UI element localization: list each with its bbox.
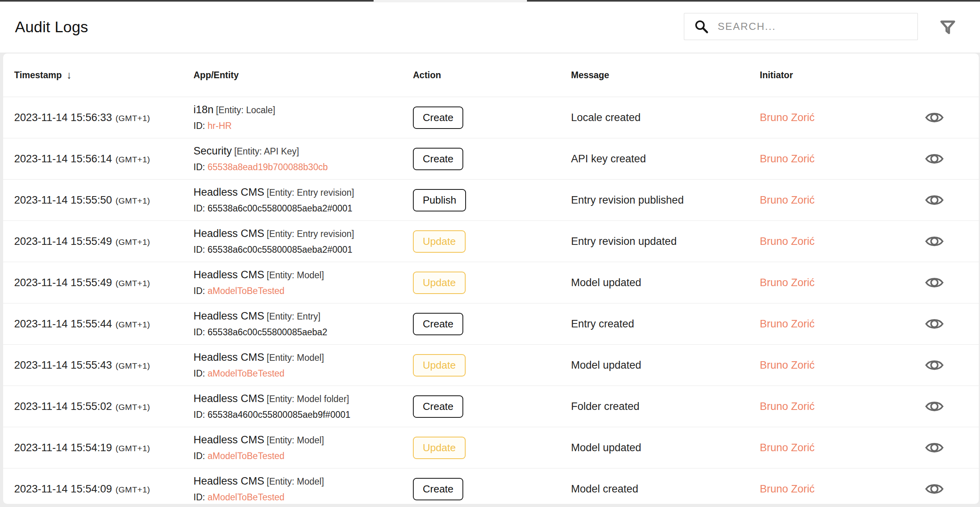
- eye-icon: [925, 399, 944, 413]
- app-entity-cell: i18n[Entity: Locale] ID: hr-HR: [193, 104, 413, 131]
- table-row: 2023-11-14 15:55:50(GMT+1) Headless CMS[…: [3, 179, 979, 220]
- timezone: (GMT+1): [116, 155, 150, 164]
- initiator-link[interactable]: Bruno Zorić: [760, 400, 815, 412]
- entity-tag: [Entity: Model]: [267, 435, 324, 445]
- table-row: 2023-11-14 15:55:43(GMT+1) Headless CMS[…: [3, 344, 979, 386]
- app-name: Headless CMS: [193, 186, 264, 198]
- view-details-button[interactable]: [925, 480, 947, 498]
- page-header: Audit Logs: [0, 0, 980, 53]
- search-input[interactable]: [718, 13, 917, 40]
- entity-id-label: ID:: [193, 327, 208, 337]
- timestamp: 2023-11-14 15:55:43: [14, 359, 112, 371]
- initiator-link[interactable]: Bruno Zorić: [760, 153, 815, 165]
- initiator-link[interactable]: Bruno Zorić: [760, 318, 815, 330]
- app-entity-cell: Headless CMS[Entity: Entry revision] ID:…: [193, 228, 413, 255]
- app-name: Headless CMS: [193, 434, 264, 446]
- initiator-link[interactable]: Bruno Zorić: [760, 277, 815, 288]
- view-details-button[interactable]: [925, 439, 947, 456]
- view-details-button[interactable]: [925, 150, 947, 167]
- column-header-app-entity: App/Entity: [193, 70, 413, 81]
- initiator-cell: Bruno Zorić: [760, 318, 916, 330]
- table-row: 2023-11-14 15:56:14(GMT+1) Security[Enti…: [3, 138, 979, 179]
- timezone: (GMT+1): [116, 114, 150, 123]
- search-icon: [694, 19, 709, 34]
- details-cell: [916, 150, 979, 167]
- timezone: (GMT+1): [116, 444, 150, 453]
- entity-tag: [Entity: Model]: [267, 353, 324, 363]
- action-cell: Update: [413, 354, 571, 377]
- view-details-button[interactable]: [925, 398, 947, 415]
- entity-id-value[interactable]: aModelToBeTested: [208, 286, 285, 296]
- action-badge: Publish: [413, 189, 466, 211]
- window-top-edge: [0, 0, 980, 2]
- initiator-cell: Bruno Zorić: [760, 153, 916, 165]
- details-cell: [916, 439, 979, 456]
- filter-button[interactable]: [938, 17, 958, 38]
- view-details-button[interactable]: [925, 315, 947, 332]
- timestamp: 2023-11-14 15:54:09: [14, 483, 112, 495]
- entity-tag: [Entity: Entry revision]: [267, 187, 354, 198]
- details-cell: [916, 315, 979, 332]
- view-details-button[interactable]: [925, 356, 947, 374]
- eye-icon: [925, 317, 944, 331]
- app-name: Security: [193, 145, 232, 157]
- column-header-timestamp[interactable]: Timestamp ↓: [14, 69, 193, 81]
- initiator-link[interactable]: Bruno Zorić: [760, 483, 815, 495]
- message-cell: Model updated: [571, 442, 760, 454]
- sort-desc-icon[interactable]: ↓: [66, 69, 72, 81]
- eye-icon: [925, 193, 944, 207]
- eye-icon: [925, 482, 944, 496]
- entity-id-value: 65538a6c00c55800085aeba2: [208, 327, 327, 337]
- eye-icon: [925, 152, 944, 166]
- timestamp: 2023-11-14 15:55:44: [14, 318, 112, 330]
- action-badge: Update: [413, 230, 466, 253]
- details-cell: [916, 274, 979, 291]
- app-name: Headless CMS: [193, 351, 264, 363]
- initiator-link[interactable]: Bruno Zorić: [760, 359, 815, 371]
- action-cell: Create: [413, 148, 571, 170]
- table-row: 2023-11-14 15:54:09(GMT+1) Headless CMS[…: [3, 468, 979, 504]
- initiator-link[interactable]: Bruno Zorić: [760, 194, 815, 206]
- initiator-link[interactable]: Bruno Zorić: [760, 235, 815, 247]
- entity-id-value[interactable]: aModelToBeTested: [208, 368, 285, 378]
- entity-id-value[interactable]: aModelToBeTested: [208, 492, 285, 502]
- initiator-cell: Bruno Zorić: [760, 400, 916, 413]
- timezone: (GMT+1): [116, 279, 150, 288]
- column-header-action: Action: [413, 70, 571, 81]
- initiator-link[interactable]: Bruno Zorić: [760, 442, 815, 454]
- view-details-button[interactable]: [925, 274, 947, 291]
- table-row: 2023-11-14 15:55:02(GMT+1) Headless CMS[…: [3, 386, 979, 427]
- initiator-cell: Bruno Zorić: [760, 483, 916, 495]
- timezone: (GMT+1): [116, 196, 150, 205]
- app-name: Headless CMS: [193, 475, 264, 487]
- action-cell: Create: [413, 313, 571, 335]
- entity-id-value[interactable]: 65538a8ead19b700088b30cb: [208, 162, 328, 172]
- timestamp-cell: 2023-11-14 15:54:09(GMT+1): [14, 483, 193, 495]
- message-cell: Entry revision updated: [571, 235, 760, 248]
- details-cell: [916, 233, 979, 250]
- search-box[interactable]: [684, 13, 918, 40]
- entity-id-value: 65538a6c00c55800085aeba2#0001: [208, 203, 352, 213]
- view-details-button[interactable]: [925, 233, 947, 250]
- initiator-link[interactable]: Bruno Zorić: [760, 112, 815, 123]
- timestamp-cell: 2023-11-14 15:55:02(GMT+1): [14, 400, 193, 413]
- entity-tag: [Entity: Locale]: [216, 105, 275, 115]
- filter-funnel-icon: [939, 19, 956, 36]
- entity-id-label: ID:: [193, 121, 208, 131]
- table-header-row: Timestamp ↓ App/Entity Action Message In…: [3, 53, 979, 97]
- entity-id-label: ID:: [193, 244, 208, 255]
- message-cell: Entry revision published: [571, 194, 760, 206]
- entity-tag: [Entity: Entry]: [267, 311, 321, 321]
- initiator-cell: Bruno Zorić: [760, 277, 916, 289]
- entity-id-value[interactable]: aModelToBeTested: [208, 451, 285, 461]
- view-details-button[interactable]: [925, 109, 947, 126]
- eye-icon: [925, 358, 944, 372]
- entity-id-value: 65538a4600c55800085aeb9f#0001: [208, 410, 350, 420]
- view-details-button[interactable]: [925, 191, 947, 209]
- entity-tag: [Entity: Model folder]: [267, 394, 349, 404]
- table-row: 2023-11-14 15:55:44(GMT+1) Headless CMS[…: [3, 303, 979, 344]
- details-cell: [916, 480, 979, 498]
- entity-id-value[interactable]: hr-HR: [208, 121, 232, 131]
- timestamp-cell: 2023-11-14 15:55:43(GMT+1): [14, 359, 193, 371]
- timezone: (GMT+1): [116, 485, 150, 494]
